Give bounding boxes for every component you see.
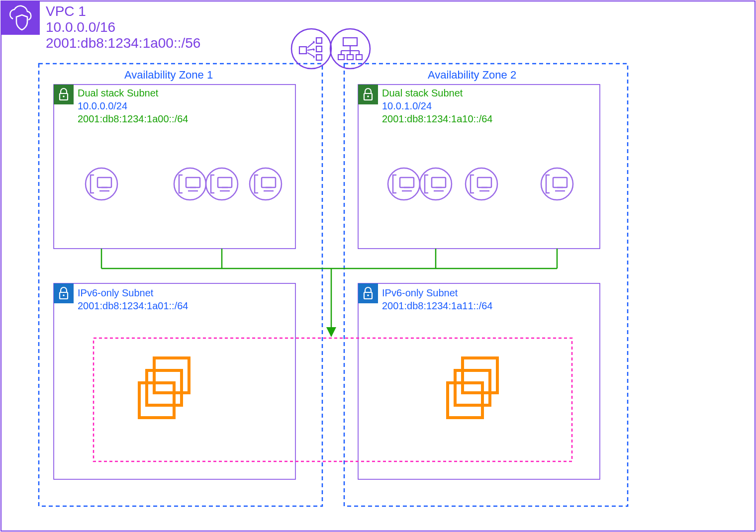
az1-dual-ipv6: 2001:db8:1234:1a00::/64 <box>78 113 188 124</box>
az2-title: Availability Zone 2 <box>428 69 516 81</box>
svg-rect-14 <box>344 64 628 506</box>
svg-rect-11 <box>39 64 322 506</box>
lock-icon <box>54 85 74 104</box>
lock-icon <box>358 283 378 303</box>
az2-dual-ipv6: 2001:db8:1234:1a10::/64 <box>382 113 492 124</box>
lock-icon <box>358 85 378 104</box>
svg-rect-23 <box>343 38 357 46</box>
vpc-name: VPC 1 <box>46 3 86 19</box>
availability-zone-2: Availability Zone 2 Dual stack Subnet 10… <box>344 64 628 506</box>
svg-rect-18 <box>299 47 306 54</box>
az1-ipv6-title: IPv6-only Subnet <box>78 287 154 298</box>
availability-zone-1: Availability Zone 1 Dual stack Subnet 10… <box>39 64 322 506</box>
az1-ipv6-only-subnet: IPv6-only Subnet 2001:db8:1234:1a01::/64 <box>54 283 295 479</box>
ec2-instance-icon <box>541 168 573 200</box>
az1-title: Availability Zone 1 <box>124 69 213 81</box>
vpc-header: VPC 1 10.0.0.0/16 2001:db8:1234:1a00::/5… <box>1 1 200 51</box>
load-balancer-icon <box>330 29 370 69</box>
instance-stack-icon <box>448 358 497 418</box>
ec2-instance-icon <box>206 168 238 200</box>
ec2-instance-icon <box>466 168 497 200</box>
vpc-ipv4-cidr: 10.0.0.0/16 <box>46 19 115 35</box>
ec2-instance-icon <box>388 168 420 200</box>
lock-icon <box>54 283 74 303</box>
ec2-instance-icon <box>250 168 282 200</box>
az1-ipv6-cidr: 2001:db8:1234:1a01::/64 <box>78 300 188 311</box>
svg-point-17 <box>291 29 331 69</box>
ec2-instance-icon <box>86 168 117 200</box>
svg-rect-29 <box>338 55 344 60</box>
az1-dual-stack-subnet: Dual stack Subnet 10.0.0.0/24 2001:db8:1… <box>54 85 295 249</box>
ec2-instance-icon <box>420 168 452 200</box>
svg-rect-19 <box>316 38 322 43</box>
ec2-instance-icon <box>174 168 206 200</box>
az2-dual-title: Dual stack Subnet <box>382 88 463 98</box>
az2-dual-ipv4: 10.0.1.0/24 <box>382 100 432 111</box>
traffic-flow <box>101 249 557 336</box>
az1-dual-title: Dual stack Subnet <box>78 88 159 98</box>
architecture-diagram: VPC 1 10.0.0.0/16 2001:db8:1234:1a00::/5… <box>0 0 756 532</box>
az2-dual-stack-subnet: Dual stack Subnet 10.0.1.0/24 2001:db8:1… <box>358 85 600 249</box>
az2-ipv6-title: IPv6-only Subnet <box>382 287 458 298</box>
svg-rect-30 <box>347 55 353 60</box>
route-service-icon <box>291 29 331 69</box>
svg-rect-31 <box>356 55 362 60</box>
instance-stack-icon <box>139 358 189 418</box>
svg-rect-20 <box>316 46 322 52</box>
vpc-ipv6-cidr: 2001:db8:1234:1a00::/56 <box>46 35 200 51</box>
az2-ipv6-cidr: 2001:db8:1234:1a11::/64 <box>382 300 492 311</box>
az2-ipv6-only-subnet: IPv6-only Subnet 2001:db8:1234:1a11::/64 <box>358 283 600 479</box>
az1-dual-ipv4: 10.0.0.0/24 <box>78 100 127 111</box>
vpc-boundary <box>1 1 755 531</box>
svg-rect-21 <box>316 55 322 60</box>
